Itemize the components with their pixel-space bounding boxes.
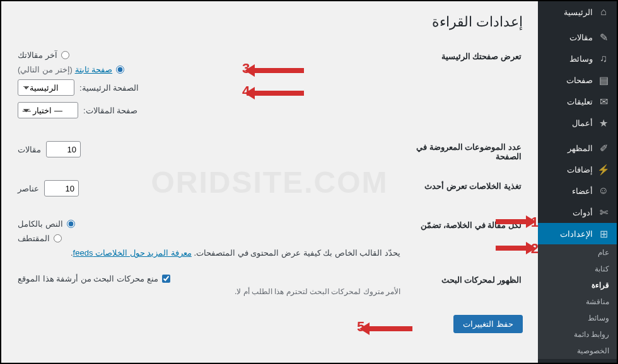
sidebar-item-works[interactable]: ★أعمال (538, 112, 617, 134)
sidebar-item-appearance[interactable]: ✐المظهر (538, 137, 617, 159)
homepage-select[interactable]: الرئيسية (18, 79, 74, 96)
sidebar-label: إضافات (567, 165, 593, 174)
sub-media[interactable]: وسائط (538, 310, 617, 326)
sidebar-item-tools[interactable]: ✄أدوات (538, 202, 617, 223)
posts-page-select-label: صفحة المقالات: (83, 106, 137, 115)
radio-latest-label[interactable]: آخر مقالاتك (18, 50, 57, 60)
radio-full-label[interactable]: النص بالكامل (18, 219, 63, 229)
sidebar-item-dashboard[interactable]: ⌂الرئيسية (538, 1, 617, 23)
user-icon: ☺ (598, 185, 609, 196)
page-title: إعدادات القراءة (16, 14, 523, 30)
plugin-icon: ⚡ (598, 164, 609, 175)
sidebar-label: الإعدادات (560, 229, 593, 239)
sidebar-item-comments[interactable]: ✉تعليقات (538, 91, 617, 112)
radio-static-label[interactable]: صفحة ثابتة (إختر من التالي) (18, 65, 112, 74)
media-icon: ♫ (598, 53, 609, 64)
discourage-search-checkbox[interactable] (162, 275, 170, 283)
page-icon: ▤ (598, 74, 609, 86)
discourage-search-label[interactable]: منع محركات البحث من أرشفة هذا الموقع (18, 274, 158, 283)
posts-per-page-label: عدد الموضوعات المعروضة في الصفحة (408, 134, 522, 171)
comment-icon: ✉ (598, 96, 609, 107)
sidebar-label: مقالات (569, 33, 593, 42)
radio-excerpt-label[interactable]: المقتطف (18, 234, 50, 243)
feed-items-input[interactable] (44, 180, 79, 196)
posts-suffix: مقالات (18, 145, 41, 154)
feed-content-label: لكل مقالة في الخلاصة، تضمّن (408, 212, 522, 265)
radio-full-text[interactable] (67, 220, 75, 228)
sidebar-label: أعمال (572, 118, 593, 128)
radio-excerpt[interactable] (54, 234, 62, 242)
seo-description: الأمر متروك لمحركات البحث لتحترم هذا الط… (18, 287, 400, 296)
homepage-display-label: تعرض صفحتك الرئيسية (408, 43, 522, 132)
sub-discussion[interactable]: مناقشة (538, 293, 617, 310)
feed-items-label: تغذية الخلاصات تعرض أحدث (408, 173, 522, 210)
sub-reading[interactable]: قراءة (538, 277, 617, 293)
sub-permalinks[interactable]: روابط دائمة (538, 326, 617, 343)
sidebar-item-settings[interactable]: ⊞الإعدادات (538, 223, 617, 244)
sidebar-label: أعضاء (572, 186, 593, 196)
home-icon: ⌂ (598, 6, 609, 18)
main-content: ORIDSITE.COM إعدادات القراءة تعرض صفحتك … (1, 1, 538, 363)
sidebar-item-pages[interactable]: ▤صفحات (538, 69, 617, 91)
homepage-select-label: الصفحة الرئيسية: (79, 83, 139, 93)
sidebar-label: صفحات (566, 76, 593, 85)
gear-icon: ⊞ (598, 228, 609, 239)
feed-description: يحدّد القالب الخاص بك كيفية عرض المحتوى … (18, 248, 400, 258)
static-note: (إختر من التالي) (18, 65, 73, 74)
posts-per-page-input[interactable] (46, 141, 81, 157)
settings-submenu: عام كتابة قراءة مناقشة وسائط روابط دائمة… (538, 244, 617, 359)
star-icon: ★ (598, 117, 609, 128)
sidebar-item-plugins[interactable]: ⚡إضافات (538, 159, 617, 180)
sub-privacy[interactable]: الخصوصية (538, 343, 617, 359)
radio-latest-posts[interactable] (61, 51, 69, 59)
admin-sidebar: ⌂الرئيسية ✎مقالات ♫وسائط ▤صفحات ✉تعليقات… (538, 1, 617, 363)
feed-suffix: عناصر (18, 184, 39, 193)
sidebar-item-users[interactable]: ☺أعضاء (538, 180, 617, 202)
sub-writing[interactable]: كتابة (538, 261, 617, 277)
radio-static-page[interactable] (116, 65, 124, 74)
tool-icon: ✄ (598, 207, 609, 218)
posts-page-select[interactable]: — اختيار — (18, 102, 78, 118)
sidebar-label: تعليقات (567, 97, 593, 106)
sub-general[interactable]: عام (538, 244, 617, 261)
sidebar-item-posts[interactable]: ✎مقالات (538, 26, 617, 48)
sidebar-label: وسائط (569, 54, 593, 64)
sidebar-label: الرئيسية (564, 8, 593, 17)
seo-visibility-label: الظهور لمحركات البحث (408, 266, 522, 304)
sidebar-label: أدوات (573, 208, 593, 217)
static-page-link: صفحة ثابتة (75, 65, 113, 74)
sidebar-label: المظهر (568, 144, 593, 153)
feeds-learn-more-link[interactable]: معرفة المزيد حول الخلاصات feeds (73, 248, 192, 258)
save-changes-button[interactable]: حفظ التغييرات (453, 315, 523, 333)
sidebar-item-media[interactable]: ♫وسائط (538, 48, 617, 69)
pin-icon: ✎ (598, 31, 609, 43)
brush-icon: ✐ (598, 142, 609, 154)
